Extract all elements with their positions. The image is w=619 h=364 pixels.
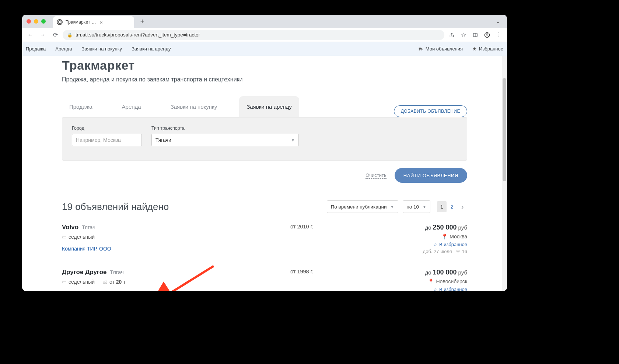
- pin-icon: 📍: [441, 234, 448, 239]
- site-subnav: Продажа Аренда Заявки на покупку Заявки …: [22, 42, 507, 56]
- favorite-link[interactable]: ☆В избранное: [379, 287, 467, 291]
- weight-icon: ⚖: [103, 279, 108, 285]
- listing-title[interactable]: Другое Другое Тягач: [62, 269, 283, 276]
- listing-city: 📍Новосибирск: [379, 279, 467, 284]
- listing-price: до250 000руб: [379, 224, 467, 231]
- city-input-wrap: [72, 134, 142, 146]
- next-page-button[interactable]: ›: [458, 201, 467, 212]
- panel-icon[interactable]: [470, 30, 480, 40]
- tab-rentreq[interactable]: Заявки на аренду: [239, 96, 299, 117]
- favorite-link[interactable]: ☆В избранное: [379, 242, 467, 247]
- address-bar: ← → ⟳ 🔒 tm.ati.su/trucks/proposals-rent?…: [22, 28, 507, 42]
- listing-body-type: ▭седельный: [62, 234, 95, 240]
- sort-value: По времени публикации: [331, 204, 387, 210]
- search-button[interactable]: НАЙТИ ОБЪЯВЛЕНИЯ: [395, 168, 467, 183]
- type-label: Тип транспорта: [151, 126, 299, 131]
- chevron-down-icon: ▼: [391, 205, 394, 209]
- results-header: 19 объявлений найдено По времени публика…: [62, 200, 467, 213]
- clear-filters-link[interactable]: Очистить: [366, 172, 387, 179]
- listing-price: до100 000руб: [379, 269, 467, 276]
- trailer-icon: ▭: [62, 279, 67, 285]
- pager: 1 2 ›: [437, 201, 467, 212]
- listing-type: Тягач: [110, 269, 123, 275]
- forward-button[interactable]: →: [38, 30, 48, 40]
- subnav-item-rentreq[interactable]: Заявки на аренду: [132, 46, 171, 52]
- eye-icon: 👁: [456, 249, 461, 254]
- listing-body-type: ▭седельный: [62, 279, 95, 285]
- chevron-down-icon: ▼: [291, 138, 295, 142]
- tab-title: Тракмаркет — продажа, арен: [66, 20, 97, 25]
- type-field: Тип транспорта Тягачи ▼: [151, 126, 299, 146]
- reload-button[interactable]: ⟳: [50, 30, 60, 40]
- my-ads-label: Мои объявления: [426, 46, 463, 52]
- browser-tab[interactable]: Тракмаркет — продажа, арен ×: [53, 16, 134, 28]
- listing-city: 📍Москва: [379, 234, 467, 239]
- listing-year: от 1998 г.: [290, 269, 371, 291]
- favicon-icon: [57, 19, 63, 25]
- city-field: Город: [72, 126, 142, 146]
- new-tab-button[interactable]: +: [137, 16, 147, 27]
- share-icon[interactable]: [447, 30, 457, 40]
- filter-panel: Город Тип транспорта Тягачи ▼: [62, 117, 467, 161]
- subnav-item-sale[interactable]: Продажа: [26, 46, 46, 52]
- my-ads-link[interactable]: Мои объявления: [418, 46, 463, 52]
- star-filled-icon: ★: [472, 46, 477, 52]
- listing-year: от 2010 г.: [290, 224, 371, 254]
- listing-views: 16: [462, 249, 467, 254]
- subnav-item-buyreq[interactable]: Заявки на покупку: [81, 46, 122, 52]
- chevron-down-icon: ▼: [423, 205, 426, 209]
- type-value: Тягачи: [155, 137, 171, 143]
- url-text: tm.ati.su/trucks/proposals-rent?advert_i…: [76, 32, 200, 38]
- lock-icon: 🔒: [67, 32, 73, 38]
- back-button[interactable]: ←: [25, 30, 35, 40]
- minimize-window-button[interactable]: [34, 19, 38, 24]
- listing-meta: доб. 27 июля 👁16: [379, 249, 467, 254]
- favorites-link[interactable]: ★ Избранное: [472, 46, 503, 52]
- viewport: Тракмаркет Продажа, аренда и покупка по …: [22, 56, 507, 291]
- scrollbar-thumb[interactable]: [503, 78, 506, 181]
- city-input[interactable]: [76, 137, 138, 143]
- star-outline-icon: ☆: [433, 242, 437, 247]
- chevron-down-icon[interactable]: ⌄: [494, 18, 503, 24]
- per-page-value: по 10: [407, 204, 419, 210]
- close-window-button[interactable]: [27, 19, 31, 24]
- titlebar: Тракмаркет — продажа, арен × + ⌄: [22, 15, 507, 28]
- listing-row: Volvo Тягач ▭седельный Компания ТИР, ООО…: [62, 219, 467, 258]
- truck-icon: [418, 46, 423, 52]
- listing-added: доб. 27 июля: [423, 249, 452, 254]
- kebab-menu-button[interactable]: ⋮: [494, 30, 504, 40]
- svg-point-4: [486, 34, 488, 35]
- filter-actions: Очистить НАЙТИ ОБЪЯВЛЕНИЯ: [62, 168, 467, 183]
- close-tab-button[interactable]: ×: [99, 19, 130, 25]
- tab-sale[interactable]: Продажа: [62, 96, 100, 117]
- page-1[interactable]: 1: [437, 201, 447, 212]
- type-select[interactable]: Тягачи ▼: [151, 134, 299, 146]
- vertical-scrollbar[interactable]: [502, 56, 507, 291]
- trailer-icon: ▭: [62, 234, 67, 240]
- subnav-item-rent[interactable]: Аренда: [55, 46, 72, 52]
- results-count: 19 объявлений найдено: [62, 201, 322, 213]
- per-page-dropdown[interactable]: по 10 ▼: [403, 200, 431, 213]
- listing-company-link[interactable]: Компания ТИР, ООО: [62, 246, 283, 252]
- tab-buyreq[interactable]: Заявки на покупку: [163, 96, 224, 117]
- listing-weight: ⚖от 20 т: [103, 279, 126, 285]
- maximize-window-button[interactable]: [41, 19, 46, 24]
- listing-title[interactable]: Volvo Тягач: [62, 224, 283, 231]
- svg-point-6: [421, 49, 422, 50]
- star-icon[interactable]: ☆: [458, 30, 469, 40]
- pin-icon: 📍: [428, 279, 434, 284]
- url-field[interactable]: 🔒 tm.ati.su/trucks/proposals-rent?advert…: [63, 30, 444, 40]
- svg-rect-1: [473, 33, 478, 36]
- city-label: Город: [72, 126, 142, 131]
- svg-point-5: [419, 49, 420, 50]
- tab-rent[interactable]: Аренда: [115, 96, 148, 117]
- add-listing-button[interactable]: ДОБАВИТЬ ОБЪЯВЛЕНИЕ: [394, 105, 467, 117]
- profile-icon[interactable]: [482, 30, 492, 40]
- browser-window: Тракмаркет — продажа, арен × + ⌄ ← → ⟳ 🔒…: [22, 15, 507, 291]
- listing-row: Другое Другое Тягач ▭седельный ⚖от 20 т …: [62, 264, 467, 291]
- page-2[interactable]: 2: [447, 201, 457, 212]
- sort-dropdown[interactable]: По времени публикации ▼: [327, 200, 398, 213]
- star-outline-icon: ☆: [433, 287, 437, 291]
- listing-type: Тягач: [82, 224, 95, 230]
- section-tabs: Продажа Аренда Заявки на покупку Заявки …: [62, 96, 467, 117]
